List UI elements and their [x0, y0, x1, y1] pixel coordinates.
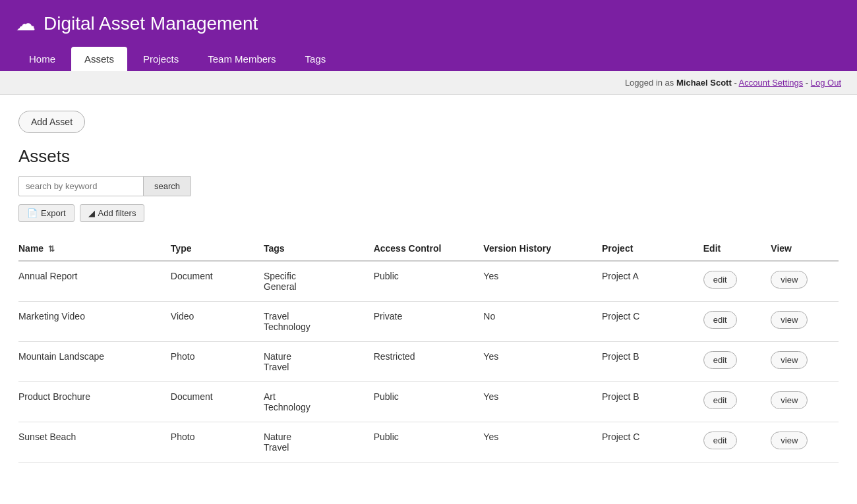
export-button[interactable]: 📄 Export	[18, 204, 74, 222]
account-settings-link[interactable]: Account Settings	[739, 78, 804, 88]
user-bar: Logged in as Michael Scott - Account Set…	[0, 71, 857, 95]
cell-edit: edit	[703, 422, 771, 462]
col-header-project: Project	[602, 237, 703, 261]
edit-button[interactable]: edit	[703, 271, 737, 289]
cell-view: view	[771, 261, 839, 302]
app-title: Digital Asset Management	[44, 13, 258, 34]
cell-type: Photo	[171, 422, 264, 462]
edit-button[interactable]: edit	[703, 351, 737, 369]
cell-name: Annual Report	[18, 261, 171, 302]
cell-edit: edit	[703, 342, 771, 382]
view-button[interactable]: view	[771, 432, 808, 449]
cell-tags: TravelTechnology	[264, 302, 374, 342]
cell-view: view	[771, 382, 839, 422]
cell-view: view	[771, 302, 839, 342]
logged-in-prefix: Logged in as	[625, 78, 676, 88]
edit-button[interactable]: edit	[703, 432, 737, 449]
cell-project: Project C	[602, 302, 703, 342]
tab-tags[interactable]: Tags	[292, 47, 340, 71]
table-row: Sunset Beach Photo NatureTravel Public Y…	[18, 422, 839, 462]
tab-team-members[interactable]: Team Members	[194, 47, 289, 71]
cell-name: Marketing Video	[18, 302, 171, 342]
col-header-access: Access Control	[374, 237, 484, 261]
cell-name: Product Brochure	[18, 382, 171, 422]
search-input[interactable]	[18, 176, 144, 196]
section-title: Assets	[18, 146, 839, 167]
cell-tags: SpecificGeneral	[264, 261, 374, 302]
cell-project: Project B	[602, 382, 703, 422]
cell-view: view	[771, 342, 839, 382]
tab-projects[interactable]: Projects	[130, 47, 192, 71]
col-header-tags: Tags	[264, 237, 374, 261]
add-filters-button[interactable]: ◢ Add filters	[80, 204, 145, 222]
add-filters-label: Add filters	[98, 208, 136, 218]
table-row: Mountain Landscape Photo NatureTravel Re…	[18, 342, 839, 382]
view-button[interactable]: view	[771, 271, 808, 289]
cell-type: Video	[171, 302, 264, 342]
table-row: Annual Report Document SpecificGeneral P…	[18, 261, 839, 302]
col-header-edit: Edit	[703, 237, 771, 261]
cell-version: No	[483, 302, 602, 342]
cell-tags: NatureTravel	[264, 342, 374, 382]
app-header: ☁ Digital Asset Management	[0, 0, 857, 47]
cell-type: Document	[171, 261, 264, 302]
assets-table: Name ⇅ Type Tags Access Control Version …	[18, 237, 839, 462]
filter-row: 📄 Export ◢ Add filters	[18, 204, 839, 222]
cell-tags: ArtTechnology	[264, 382, 374, 422]
table-header: Name ⇅ Type Tags Access Control Version …	[18, 237, 839, 261]
cell-edit: edit	[703, 261, 771, 302]
cell-project: Project B	[602, 342, 703, 382]
cell-access: Public	[374, 422, 484, 462]
col-header-name: Name ⇅	[18, 237, 171, 261]
cell-version: Yes	[483, 342, 602, 382]
username: Michael Scott	[676, 78, 732, 88]
cell-project: Project C	[602, 422, 703, 462]
filter-icon: ◢	[88, 208, 95, 218]
search-button[interactable]: search	[144, 176, 191, 196]
tab-home[interactable]: Home	[16, 47, 69, 71]
col-header-view: View	[771, 237, 839, 261]
cell-type: Photo	[171, 342, 264, 382]
cell-edit: edit	[703, 382, 771, 422]
cloud-icon: ☁	[16, 12, 36, 35]
edit-button[interactable]: edit	[703, 391, 737, 409]
separator1: -	[732, 78, 739, 88]
cell-access: Private	[374, 302, 484, 342]
cell-access: Public	[374, 382, 484, 422]
sort-icon[interactable]: ⇅	[48, 244, 55, 254]
cell-view: view	[771, 422, 839, 462]
add-asset-button[interactable]: Add Asset	[18, 111, 85, 133]
logout-link[interactable]: Log Out	[811, 78, 841, 88]
export-icon: 📄	[27, 208, 38, 218]
tab-assets[interactable]: Assets	[71, 47, 127, 71]
cell-version: Yes	[483, 382, 602, 422]
col-header-version: Version History	[483, 237, 602, 261]
cell-name: Sunset Beach	[18, 422, 171, 462]
main-content: Add Asset Assets search 📄 Export ◢ Add f…	[0, 95, 857, 478]
nav-bar: Home Assets Projects Team Members Tags	[0, 47, 857, 71]
cell-tags: NatureTravel	[264, 422, 374, 462]
cell-version: Yes	[483, 261, 602, 302]
search-row: search	[18, 176, 839, 196]
cell-type: Document	[171, 382, 264, 422]
edit-button[interactable]: edit	[703, 311, 737, 329]
cell-version: Yes	[483, 422, 602, 462]
cell-project: Project A	[602, 261, 703, 302]
view-button[interactable]: view	[771, 351, 808, 369]
table-row: Product Brochure Document ArtTechnology …	[18, 382, 839, 422]
view-button[interactable]: view	[771, 391, 808, 409]
table-body: Annual Report Document SpecificGeneral P…	[18, 261, 839, 462]
cell-access: Public	[374, 261, 484, 302]
cell-access: Restricted	[374, 342, 484, 382]
table-row: Marketing Video Video TravelTechnology P…	[18, 302, 839, 342]
col-header-type: Type	[171, 237, 264, 261]
export-label: Export	[41, 208, 66, 218]
cell-edit: edit	[703, 302, 771, 342]
cell-name: Mountain Landscape	[18, 342, 171, 382]
separator2: -	[803, 78, 811, 88]
view-button[interactable]: view	[771, 311, 808, 329]
